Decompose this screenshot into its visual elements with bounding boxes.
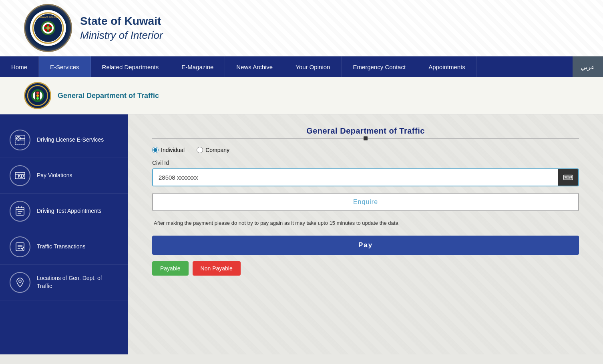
sidebar-label-pay-violations: Pay Violations [37, 172, 72, 180]
civil-id-label: Civil Id [152, 160, 579, 166]
keyboard-icon: ⌨ [563, 173, 573, 182]
non-payable-button[interactable]: Non Payable [193, 261, 241, 276]
civil-id-input[interactable] [153, 169, 558, 186]
logo-container: KUWAIT POLICE State of Kuwait Ministry o… [24, 4, 163, 52]
sidebar-label-driving-test: Driving Test Appointments [37, 207, 102, 215]
radio-company[interactable]: Company [197, 147, 229, 153]
sidebar-label-traffic-transactions: Traffic Transactions [37, 243, 85, 251]
org-title: State of Kuwait Ministry of Interior [80, 15, 163, 42]
page-header: KUWAIT POLICE State of Kuwait Ministry o… [0, 0, 603, 56]
svg-point-18 [18, 138, 19, 139]
main-layout: Driving License E-Services KD Pay Violat… [0, 114, 603, 354]
nav-arabic[interactable]: عربي [573, 56, 603, 77]
svg-text:KUWAIT POLICE: KUWAIT POLICE [38, 16, 58, 18]
nav-emergency-contact[interactable]: Emergency Contact [342, 56, 417, 77]
nav-related-departments[interactable]: Related Departments [91, 56, 171, 77]
civil-id-icon-button[interactable]: ⌨ [558, 169, 578, 186]
navbar: Home E-Services Related Departments E-Ma… [0, 56, 603, 77]
radio-company-label: Company [205, 147, 229, 153]
svg-rect-25 [16, 207, 24, 215]
payable-button[interactable]: Payable [152, 261, 189, 276]
svg-point-8 [46, 26, 50, 30]
enquire-button[interactable]: Enquire [152, 193, 579, 211]
sidebar-item-driving-license[interactable]: Driving License E-Services [0, 122, 128, 158]
radio-individual-label: Individual [161, 147, 185, 153]
driving-license-icon [10, 130, 30, 150]
nav-news-archive[interactable]: News Archive [225, 56, 284, 77]
sidebar-item-traffic-transactions[interactable]: Traffic Transactions [0, 229, 128, 265]
nav-appointments[interactable]: Appointments [417, 56, 477, 77]
divider-dot [364, 136, 368, 140]
locations-icon [10, 272, 30, 293]
radio-company-input[interactable] [197, 147, 203, 153]
divider-line [152, 138, 579, 139]
sidebar: Driving License E-Services KD Pay Violat… [0, 114, 128, 354]
svg-point-15 [36, 94, 39, 97]
traffic-transactions-icon [10, 236, 30, 257]
status-buttons: Payable Non Payable [152, 261, 579, 276]
svg-point-14 [36, 92, 39, 94]
info-text: After making the payment please do not t… [152, 219, 579, 228]
pay-button[interactable]: Pay [152, 236, 579, 255]
nav-e-magazine[interactable]: E-Magazine [170, 56, 225, 77]
radio-group: Individual Company [152, 147, 579, 153]
nav-e-services[interactable]: E-Services [39, 56, 91, 77]
dept-logo [24, 82, 51, 109]
org-title-line1: State of Kuwait [80, 15, 163, 28]
dept-name: General Department of Traffic [58, 92, 159, 100]
dept-header: General Department of Traffic [0, 77, 603, 114]
svg-point-35 [19, 280, 21, 282]
radio-individual-input[interactable] [152, 147, 159, 153]
sidebar-label-locations: Locations of Gen. Dept. of Traffic [37, 274, 119, 290]
svg-point-16 [36, 97, 39, 100]
logo-inner: KUWAIT POLICE [30, 10, 66, 46]
section-divider-wrapper [152, 138, 579, 139]
pay-violations-icon: KD [10, 165, 30, 186]
civil-id-input-row: ⌨ [152, 168, 579, 186]
section-title: General Department of Traffic [152, 126, 579, 136]
sidebar-item-driving-test[interactable]: Driving Test Appointments [0, 194, 128, 229]
logo-emblem: KUWAIT POLICE [24, 4, 72, 52]
radio-individual[interactable]: Individual [152, 147, 185, 153]
sidebar-item-locations[interactable]: Locations of Gen. Dept. of Traffic [0, 265, 128, 300]
sidebar-label-driving-license: Driving License E-Services [37, 136, 104, 144]
org-title-line2: Ministry of Interior [80, 29, 163, 42]
sidebar-item-pay-violations[interactable]: KD Pay Violations [0, 158, 128, 194]
nav-home[interactable]: Home [0, 56, 39, 77]
nav-your-opinion[interactable]: Your Opinion [284, 56, 342, 77]
driving-test-icon [10, 201, 30, 222]
content-area: General Department of Traffic Individual… [128, 114, 603, 354]
